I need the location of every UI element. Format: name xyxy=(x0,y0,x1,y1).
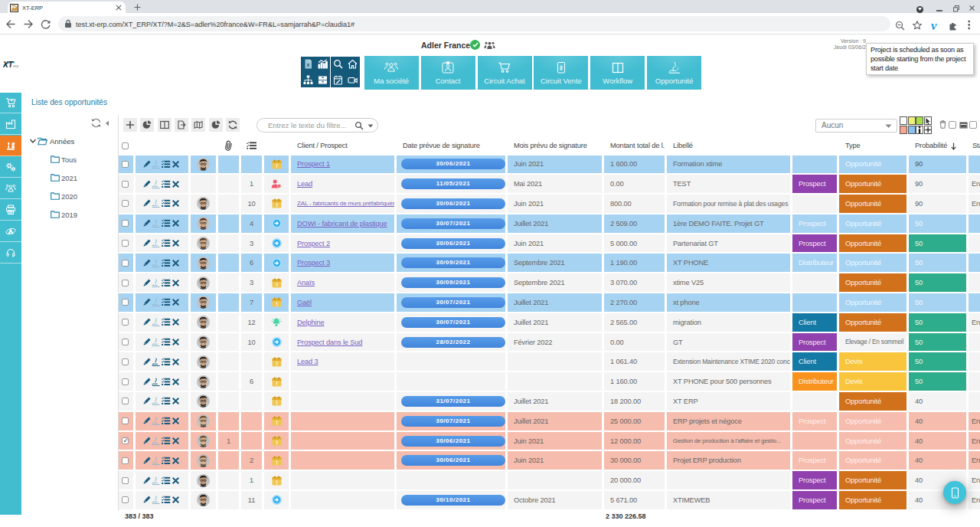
svg-text:erp: erp xyxy=(13,64,18,68)
svg-text:XT: XT xyxy=(3,61,14,69)
svg-text:x: x xyxy=(306,62,309,67)
